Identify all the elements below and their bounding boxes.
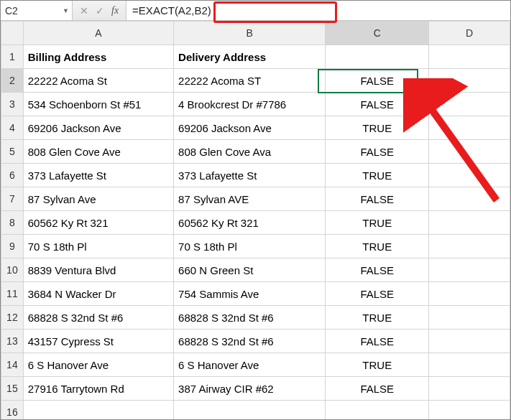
cell[interactable] bbox=[429, 116, 510, 140]
cell[interactable]: 70 S 18th Pl bbox=[174, 235, 326, 258]
row-header[interactable]: 1 bbox=[1, 45, 24, 69]
table-row: 16 bbox=[1, 401, 510, 421]
table-row: 1343157 Cypress St68828 S 32nd St #6FALS… bbox=[1, 330, 510, 353]
cell[interactable]: 6 S Hanover Ave bbox=[23, 353, 173, 377]
cell[interactable]: 68828 S 32nd St #6 bbox=[174, 330, 326, 353]
row-header[interactable]: 5 bbox=[1, 140, 24, 164]
fx-icon[interactable]: fx bbox=[111, 5, 119, 17]
cell[interactable]: TRUE bbox=[326, 116, 429, 140]
cell[interactable]: 387 Airway CIR #62 bbox=[174, 377, 326, 401]
row-header[interactable]: 3 bbox=[1, 93, 24, 116]
cell[interactable]: TRUE bbox=[326, 306, 429, 330]
cell[interactable]: 60562 Ky Rt 321 bbox=[23, 211, 173, 235]
cell[interactable]: TRUE bbox=[326, 164, 429, 187]
col-header-a[interactable]: A bbox=[23, 22, 173, 45]
cell[interactable] bbox=[429, 282, 510, 306]
cell[interactable] bbox=[429, 330, 510, 353]
cell[interactable]: FALSE bbox=[326, 69, 429, 93]
cell[interactable]: 808 Glen Cove Ave bbox=[23, 140, 173, 164]
row-header[interactable]: 16 bbox=[1, 401, 24, 421]
cell[interactable] bbox=[429, 140, 510, 164]
cell[interactable]: 6 S Hanover Ave bbox=[174, 353, 326, 377]
cell[interactable]: FALSE bbox=[326, 187, 429, 211]
row-header[interactable]: 14 bbox=[1, 353, 24, 377]
cell[interactable]: 27916 Tarrytown Rd bbox=[23, 377, 173, 401]
cell[interactable]: 43157 Cypress St bbox=[23, 330, 173, 353]
cell[interactable] bbox=[429, 377, 510, 401]
cell[interactable] bbox=[174, 401, 326, 421]
cell[interactable]: 22222 Acoma ST bbox=[174, 69, 326, 93]
cell[interactable]: FALSE bbox=[326, 282, 429, 306]
cell[interactable]: FALSE bbox=[326, 140, 429, 164]
cell[interactable] bbox=[326, 45, 429, 69]
table-row: 1527916 Tarrytown Rd387 Airway CIR #62FA… bbox=[1, 377, 510, 401]
select-all-corner[interactable] bbox=[1, 22, 24, 45]
table-row: 469206 Jackson Ave69206 Jackson AveTRUE bbox=[1, 116, 510, 140]
cell[interactable]: 60562 Ky Rt 321 bbox=[174, 211, 326, 235]
cell[interactable]: 68828 S 32nd St #6 bbox=[174, 306, 326, 330]
col-header-d[interactable]: D bbox=[429, 22, 510, 45]
formula-input[interactable]: =EXACT(A2,B2) bbox=[126, 1, 510, 20]
cell[interactable]: 69206 Jackson Ave bbox=[23, 116, 173, 140]
row-header[interactable]: 11 bbox=[1, 282, 24, 306]
row-header[interactable]: 8 bbox=[1, 211, 24, 235]
cell[interactable]: 87 Sylvan Ave bbox=[23, 187, 173, 211]
cell[interactable]: 754 Sammis Ave bbox=[174, 282, 326, 306]
cell[interactable]: FALSE bbox=[326, 93, 429, 116]
chevron-down-icon[interactable]: ▼ bbox=[63, 7, 69, 14]
cell[interactable]: 69206 Jackson Ave bbox=[174, 116, 326, 140]
col-header-c[interactable]: C bbox=[326, 22, 429, 45]
cell[interactable]: Billing Address bbox=[23, 45, 173, 69]
cell[interactable] bbox=[429, 258, 510, 282]
cell[interactable] bbox=[429, 211, 510, 235]
row-header[interactable]: 7 bbox=[1, 187, 24, 211]
cell[interactable] bbox=[429, 353, 510, 377]
cell[interactable] bbox=[429, 306, 510, 330]
enter-icon[interactable]: ✓ bbox=[96, 5, 104, 17]
cell[interactable] bbox=[429, 235, 510, 258]
name-box[interactable]: C2 ▼ bbox=[1, 1, 73, 20]
row-header[interactable]: 4 bbox=[1, 116, 24, 140]
cell[interactable]: Delivery Address bbox=[174, 45, 326, 69]
row-header[interactable]: 6 bbox=[1, 164, 24, 187]
row-header[interactable]: 2 bbox=[1, 69, 24, 93]
row-header[interactable]: 9 bbox=[1, 235, 24, 258]
cell[interactable]: 8839 Ventura Blvd bbox=[23, 258, 173, 282]
row-header[interactable]: 13 bbox=[1, 330, 24, 353]
cell[interactable]: 3684 N Wacker Dr bbox=[23, 282, 173, 306]
row-header[interactable]: 15 bbox=[1, 377, 24, 401]
cell[interactable]: 4 Brookcrest Dr #7786 bbox=[174, 93, 326, 116]
cell[interactable]: 660 N Green St bbox=[174, 258, 326, 282]
col-header-b[interactable]: B bbox=[174, 22, 326, 45]
cell[interactable]: 87 Sylvan AVE bbox=[174, 187, 326, 211]
cell[interactable]: TRUE bbox=[326, 211, 429, 235]
cell[interactable]: FALSE bbox=[326, 258, 429, 282]
cell[interactable] bbox=[429, 93, 510, 116]
row-header[interactable]: 10 bbox=[1, 258, 24, 282]
cell[interactable]: 22222 Acoma St bbox=[23, 69, 173, 93]
cell[interactable]: FALSE bbox=[326, 377, 429, 401]
cell[interactable]: 373 Lafayette St bbox=[23, 164, 173, 187]
cell[interactable]: TRUE bbox=[326, 353, 429, 377]
cell[interactable]: 70 S 18th Pl bbox=[23, 235, 173, 258]
cell[interactable]: FALSE bbox=[326, 330, 429, 353]
cancel-icon[interactable]: ✕ bbox=[80, 5, 88, 17]
cell[interactable] bbox=[23, 401, 173, 421]
table-row: 6373 Lafayette St373 Lafayette StTRUE bbox=[1, 164, 510, 187]
cell[interactable]: 68828 S 32nd St #6 bbox=[23, 306, 173, 330]
cell[interactable] bbox=[429, 187, 510, 211]
table-row: 970 S 18th Pl70 S 18th PlTRUE bbox=[1, 235, 510, 258]
cell[interactable]: 534 Schoenborn St #51 bbox=[23, 93, 173, 116]
cell[interactable] bbox=[429, 401, 510, 421]
cell[interactable]: 373 Lafayette St bbox=[174, 164, 326, 187]
formula-bar: C2 ▼ ✕ ✓ fx =EXACT(A2,B2) bbox=[1, 1, 510, 21]
cell[interactable] bbox=[429, 69, 510, 93]
table-row: 113684 N Wacker Dr754 Sammis AveFALSE bbox=[1, 282, 510, 306]
cell[interactable]: 808 Glen Cove Ava bbox=[174, 140, 326, 164]
table-row: 3534 Schoenborn St #514 Brookcrest Dr #7… bbox=[1, 93, 510, 116]
cell[interactable] bbox=[326, 401, 429, 421]
cell[interactable] bbox=[429, 164, 510, 187]
cell[interactable]: TRUE bbox=[326, 235, 429, 258]
row-header[interactable]: 12 bbox=[1, 306, 24, 330]
cell[interactable] bbox=[429, 45, 510, 69]
